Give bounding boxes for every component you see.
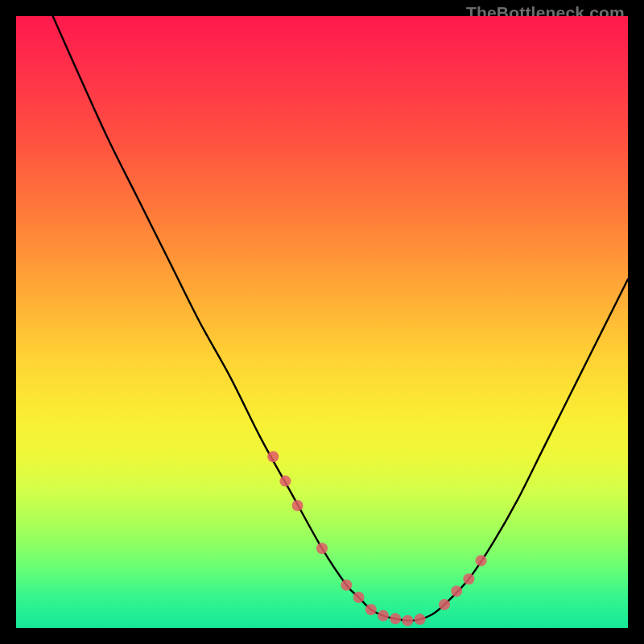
- highlight-point: [463, 573, 474, 584]
- highlight-point: [415, 613, 426, 625]
- highlight-points: [267, 451, 486, 626]
- highlight-point: [390, 613, 401, 625]
- chart-stage: TheBottleneck.com: [0, 0, 644, 644]
- curve-layer: [16, 16, 628, 628]
- highlight-point: [378, 610, 389, 621]
- highlight-point: [402, 615, 413, 626]
- highlight-point: [279, 476, 291, 487]
- bottleneck-curve: [53, 16, 628, 621]
- highlight-point: [439, 599, 450, 610]
- highlight-point: [267, 451, 279, 462]
- highlight-point: [292, 500, 303, 511]
- highlight-point: [341, 580, 352, 591]
- plot-area: [16, 16, 628, 628]
- highlight-point: [365, 604, 377, 615]
- highlight-point: [353, 592, 365, 603]
- highlight-point: [451, 585, 462, 597]
- highlight-point: [316, 543, 328, 554]
- highlight-point: [476, 555, 487, 566]
